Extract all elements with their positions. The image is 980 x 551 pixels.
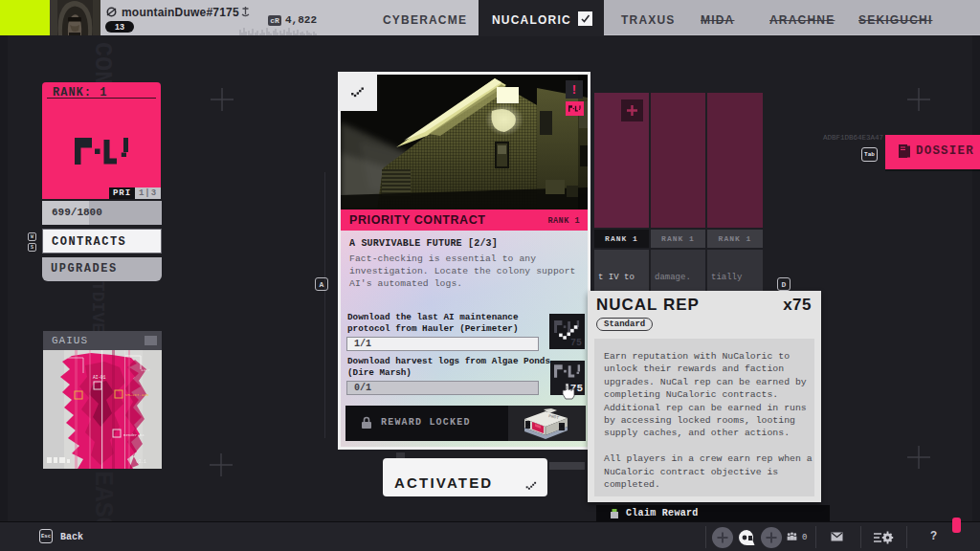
svg-text:v2.1: v2.1 [136, 459, 146, 464]
svg-text:Render:04: Render:04 [123, 433, 145, 437]
svg-text:VR-2x7.440: VR-2x7.440 [125, 393, 149, 397]
svg-text:AI-01: AI-01 [93, 375, 106, 380]
svg-text:14-7: 14-7 [141, 368, 150, 372]
